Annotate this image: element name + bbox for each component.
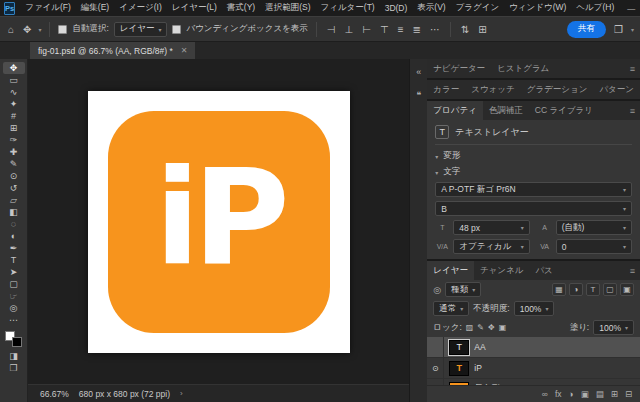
auto-select-checkbox[interactable] <box>58 25 67 34</box>
document-tab[interactable]: fig-01.psd @ 66.7% (AA, RGB/8#) * ✕ <box>30 42 195 59</box>
layer-thumbnail[interactable]: T <box>449 340 469 355</box>
lasso-tool[interactable]: ∿ <box>3 86 25 98</box>
tab-properties[interactable]: プロパティ <box>427 101 483 120</box>
quick-mask-icon[interactable]: ◨ <box>3 350 25 362</box>
kerning-dropdown[interactable]: オプティカル ▾ <box>453 239 529 254</box>
tab-channels[interactable]: チャンネル <box>474 261 530 280</box>
align-left-icon[interactable]: ⊣ <box>325 24 338 35</box>
blur-tool[interactable]: ◌ <box>3 218 25 230</box>
grid-icon[interactable]: ⊞ <box>476 24 488 35</box>
layer-thumbnail[interactable]: T <box>449 361 469 376</box>
history-brush-tool[interactable]: ↺ <box>3 182 25 194</box>
distribute-vertical-icon[interactable]: ≣ <box>411 24 423 35</box>
filter-pixel-icon[interactable]: ▦ <box>552 283 566 296</box>
blend-mode-dropdown[interactable]: 通常 ▾ <box>433 301 469 316</box>
more-options-icon[interactable]: ⋯ <box>428 24 442 35</box>
document-canvas[interactable]: iP <box>88 91 350 353</box>
delete-layer-icon[interactable]: ⊟ <box>625 390 632 399</box>
menu-file[interactable]: ファイル(F) <box>20 2 76 14</box>
align-top-icon[interactable]: ⊤ <box>378 24 391 35</box>
shape-tool[interactable]: ▢ <box>3 278 25 290</box>
crop-tool[interactable]: # <box>3 110 25 122</box>
font-style-dropdown[interactable]: B ▾ <box>435 201 632 216</box>
dodge-tool[interactable]: ◐ <box>3 230 25 242</box>
menu-select[interactable]: 選択範囲(S) <box>260 2 315 14</box>
leading-dropdown[interactable]: (自動) ▾ <box>556 220 632 235</box>
screen-mode-icon[interactable]: ❐ <box>3 362 25 374</box>
tab-swatches[interactable]: スウォッチ <box>465 80 521 99</box>
distribute-horizontal-icon[interactable]: ≡ <box>396 24 406 35</box>
background-color-swatch[interactable] <box>12 337 22 347</box>
panel-menu-icon[interactable]: ≡ <box>625 64 640 74</box>
menu-edit[interactable]: 編集(E) <box>76 2 114 14</box>
layer-row-aa[interactable]: T AA <box>427 337 640 358</box>
path-selection-tool[interactable]: ➤ <box>3 266 25 278</box>
menu-image[interactable]: イメージ(I) <box>114 2 167 14</box>
tab-histogram[interactable]: ヒストグラム <box>491 59 555 78</box>
move-tool[interactable]: ✥ <box>3 62 25 74</box>
bounding-box-checkbox[interactable] <box>172 25 181 34</box>
edit-toolbar-icon[interactable]: ⋯ <box>3 314 25 326</box>
new-group-icon[interactable]: ▤ <box>596 390 604 399</box>
menu-3d[interactable]: 3D(D) <box>380 3 413 13</box>
panel-menu-icon[interactable]: ≡ <box>625 106 640 116</box>
menu-filter[interactable]: フィルター(T) <box>316 2 380 14</box>
clone-stamp-tool[interactable]: ⊙ <box>3 170 25 182</box>
pen-tool[interactable]: ✒ <box>3 242 25 254</box>
home-icon[interactable]: ⌂ <box>6 24 16 35</box>
quick-selection-tool[interactable]: ✦ <box>3 98 25 110</box>
workspace-chevron-icon[interactable]: ▾ <box>631 26 634 33</box>
zoom-level[interactable]: 66.67% <box>40 389 69 399</box>
visibility-toggle[interactable] <box>427 337 444 357</box>
transform-section-header[interactable]: ▾ 変形 <box>435 150 632 162</box>
tool-preset-chevron-icon[interactable]: ▾ <box>38 26 41 33</box>
tab-close-icon[interactable]: ✕ <box>181 46 188 55</box>
link-layers-icon[interactable]: ∞ <box>542 390 548 399</box>
layer-row-ip[interactable]: ⊙ T iP <box>427 358 640 379</box>
tab-paths[interactable]: パス <box>529 261 558 280</box>
auto-select-dropdown[interactable]: レイヤー ▾ <box>114 22 168 37</box>
tab-adjustments[interactable]: 色調補正 <box>483 101 529 120</box>
new-layer-icon[interactable]: ⊞ <box>611 390 618 399</box>
active-tool-icon[interactable]: ✥ <box>21 24 33 35</box>
filter-type-icon[interactable]: T <box>586 283 600 296</box>
layer-effects-icon[interactable]: fx <box>555 390 562 399</box>
menu-view[interactable]: 表示(V) <box>412 2 450 14</box>
panel-menu-icon[interactable]: ≡ <box>625 266 640 276</box>
share-button[interactable]: 共有 <box>567 21 606 38</box>
frame-tool[interactable]: ⊞ <box>3 122 25 134</box>
minimize-button[interactable]: — <box>619 0 640 16</box>
menu-help[interactable]: ヘルプ(H) <box>571 2 619 14</box>
menu-plugins[interactable]: プラグイン <box>451 2 505 14</box>
marquee-tool[interactable]: ▭ <box>3 74 25 86</box>
filter-type-dropdown[interactable]: 種類 ▾ <box>445 282 481 297</box>
eyedropper-tool[interactable]: ✑ <box>3 134 25 146</box>
gradient-tool[interactable]: ◧ <box>3 206 25 218</box>
font-family-dropdown[interactable]: A P-OTF 新ゴ Pr6N ▾ <box>435 182 632 197</box>
align-right-icon[interactable]: ⊢ <box>360 24 373 35</box>
tab-cc-libraries[interactable]: CC ライブラリ <box>529 101 599 120</box>
arrange-icon[interactable]: ⇅ <box>459 24 471 35</box>
visibility-toggle[interactable]: ⊙ <box>427 358 444 378</box>
hand-tool[interactable]: ☞ <box>3 290 25 302</box>
tab-color[interactable]: カラー <box>427 80 465 99</box>
tab-gradients[interactable]: グラデーション <box>521 80 594 99</box>
color-swatches[interactable] <box>5 331 22 347</box>
zoom-tool[interactable]: ◎ <box>3 302 25 314</box>
tab-layers[interactable]: レイヤー <box>427 261 474 280</box>
fill-dropdown[interactable]: 100% ▾ <box>593 320 634 335</box>
brush-tool[interactable]: ✎ <box>3 158 25 170</box>
filter-smart-object-icon[interactable]: ▣ <box>620 283 634 296</box>
layer-mask-icon[interactable]: ◑ <box>569 390 574 399</box>
lock-position-icon[interactable]: ✥ <box>488 323 495 332</box>
opacity-dropdown[interactable]: 100% ▾ <box>514 301 555 316</box>
menu-layer[interactable]: レイヤー(L) <box>167 2 222 14</box>
tab-navigator[interactable]: ナビゲーター <box>427 59 491 78</box>
adjustment-layer-icon[interactable]: ▣ <box>581 390 589 399</box>
tab-patterns[interactable]: パターン <box>593 80 640 99</box>
collapse-panels-icon[interactable]: « <box>416 67 421 77</box>
align-center-icon[interactable]: ⊥ <box>343 24 356 35</box>
eraser-tool[interactable]: ▱ <box>3 194 25 206</box>
tracking-dropdown[interactable]: 0 ▾ <box>556 239 632 254</box>
type-tool[interactable]: T <box>3 254 25 266</box>
